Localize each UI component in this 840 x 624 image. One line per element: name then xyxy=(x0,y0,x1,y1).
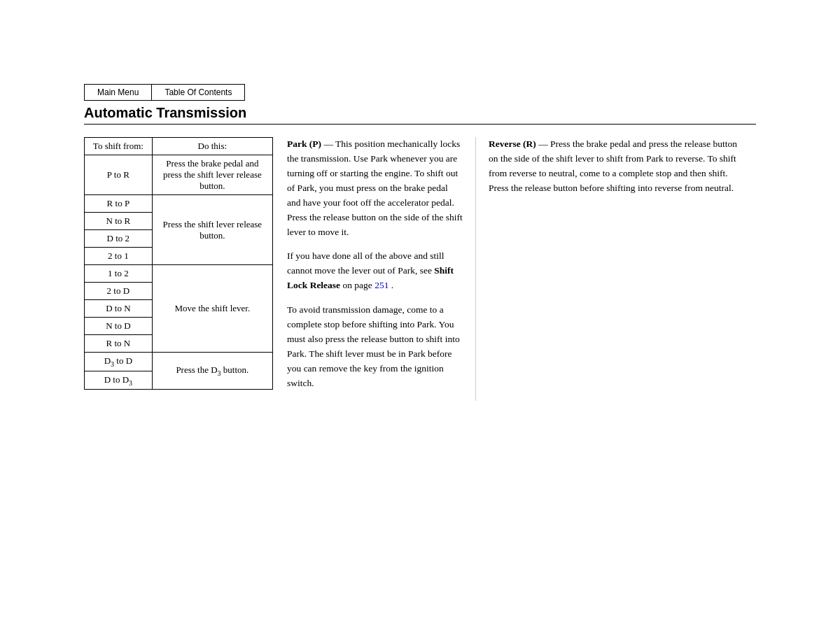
middle-section: Park (P) — This position mechanically lo… xyxy=(273,137,476,401)
shift-table: To shift from: Do this: P to R Press the… xyxy=(84,137,273,390)
shift-from: R to P xyxy=(85,195,153,213)
shift-from: D to D3 xyxy=(85,371,153,390)
reverse-paragraph: Reverse (R) — Press the brake pedal and … xyxy=(489,137,743,196)
page-link[interactable]: 251 xyxy=(374,280,388,290)
shift-from: N to R xyxy=(85,213,153,230)
shift-from: N to D xyxy=(85,318,153,335)
col1-header: To shift from: xyxy=(85,138,153,155)
shift-from: D to 2 xyxy=(85,230,153,248)
shift-lock-label: Shift Lock Release xyxy=(287,265,454,290)
park-paragraph-1: Park (P) — This position mechanically lo… xyxy=(287,137,463,239)
shift-instruction: Press the D3 button. xyxy=(152,353,272,390)
park-paragraph-2: If you have done all of the above and st… xyxy=(287,249,463,293)
content-area: To shift from: Do this: P to R Press the… xyxy=(84,137,756,401)
table-row: R to P Press the shift lever releasebutt… xyxy=(85,195,273,213)
main-menu-button[interactable]: Main Menu xyxy=(84,84,152,101)
title-rule xyxy=(84,124,756,125)
table-row: D3 to D Press the D3 button. xyxy=(85,353,273,371)
shift-instruction: Press the shift lever releasebutton. xyxy=(152,195,272,265)
shift-from: 2 to D xyxy=(85,283,153,300)
page-container: Main Menu Table Of Contents Automatic Tr… xyxy=(0,84,840,624)
nav-buttons: Main Menu Table Of Contents xyxy=(84,84,756,101)
table-row: P to R Press the brake pedal andpress th… xyxy=(85,155,273,195)
table-section: To shift from: Do this: P to R Press the… xyxy=(84,137,273,401)
page-title: Automatic Transmission xyxy=(84,105,756,121)
shift-from: R to N xyxy=(85,335,153,353)
shift-from: P to R xyxy=(85,155,153,195)
shift-instruction: Press the brake pedal andpress the shift… xyxy=(152,155,272,195)
shift-from: 2 to 1 xyxy=(85,248,153,265)
table-of-contents-button[interactable]: Table Of Contents xyxy=(152,84,245,101)
shift-from: 1 to 2 xyxy=(85,265,153,283)
park-paragraph-3: To avoid transmission damage, come to a … xyxy=(287,303,463,391)
shift-instruction: Move the shift lever. xyxy=(152,265,272,353)
col2-header: Do this: xyxy=(152,138,272,155)
right-section: Reverse (R) — Press the brake pedal and … xyxy=(476,137,756,401)
shift-from: D3 to D xyxy=(85,353,153,371)
table-row: 1 to 2 Move the shift lever. xyxy=(85,265,273,283)
shift-from: D to N xyxy=(85,300,153,318)
park-term: Park (P) — This position mechanically lo… xyxy=(287,139,463,237)
